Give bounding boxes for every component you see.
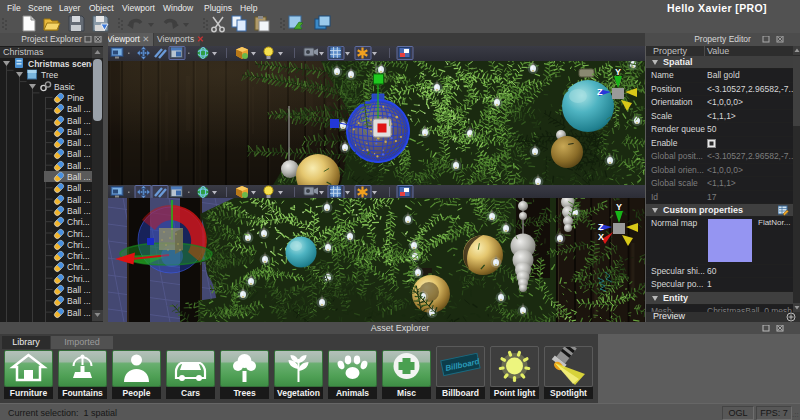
svg-text:X: X xyxy=(598,232,604,242)
svg-text:Z: Z xyxy=(597,87,603,97)
svg-text:Y: Y xyxy=(615,67,621,77)
svg-text:Y: Y xyxy=(616,202,622,212)
svg-text:Z: Z xyxy=(598,222,604,232)
